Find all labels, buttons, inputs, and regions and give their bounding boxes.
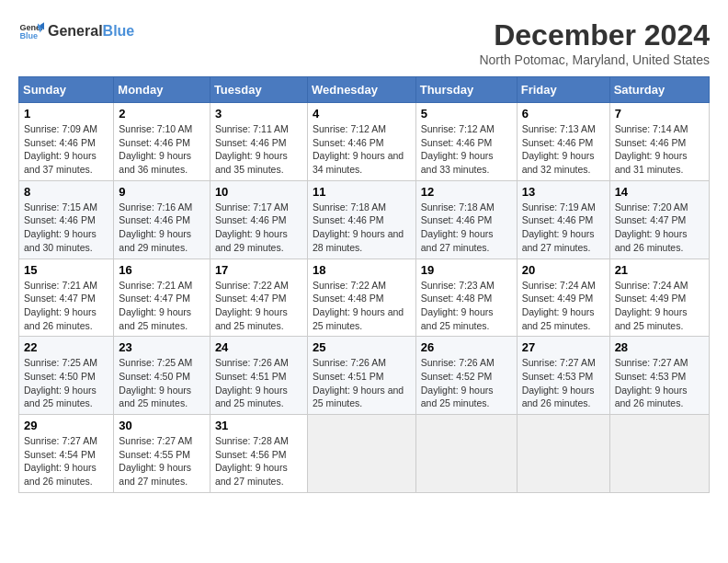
- main-title: December 2024: [479, 18, 710, 52]
- day-number: 1: [24, 107, 108, 121]
- logo-general: General: [48, 23, 103, 40]
- calendar-header-row: SundayMondayTuesdayWednesdayThursdayFrid…: [19, 77, 710, 103]
- day-detail: Sunrise: 7:18 AM Sunset: 4:46 PM Dayligh…: [421, 201, 512, 255]
- day-number: 22: [24, 340, 108, 354]
- calendar-cell: 27 Sunrise: 7:27 AM Sunset: 4:53 PM Dayl…: [517, 337, 609, 415]
- week-row-4: 22 Sunrise: 7:25 AM Sunset: 4:50 PM Dayl…: [19, 337, 710, 415]
- day-number: 31: [215, 419, 302, 432]
- header: General Blue General Blue December 2024 …: [18, 18, 710, 67]
- day-detail: Sunrise: 7:15 AM Sunset: 4:46 PM Dayligh…: [24, 201, 108, 255]
- day-detail: Sunrise: 7:14 AM Sunset: 4:46 PM Dayligh…: [615, 122, 704, 177]
- calendar-cell: 1 Sunrise: 7:09 AM Sunset: 4:46 PM Dayli…: [19, 103, 114, 181]
- calendar-cell: 7 Sunrise: 7:14 AM Sunset: 4:46 PM Dayli…: [609, 103, 709, 181]
- day-detail: Sunrise: 7:20 AM Sunset: 4:47 PM Dayligh…: [615, 201, 704, 255]
- day-number: 30: [119, 419, 205, 432]
- week-row-5: 29 Sunrise: 7:27 AM Sunset: 4:54 PM Dayl…: [19, 415, 710, 493]
- calendar-cell: 23 Sunrise: 7:25 AM Sunset: 4:50 PM Dayl…: [114, 337, 210, 415]
- calendar-cell: 3 Sunrise: 7:11 AM Sunset: 4:46 PM Dayli…: [210, 103, 307, 181]
- day-detail: Sunrise: 7:12 AM Sunset: 4:46 PM Dayligh…: [313, 122, 411, 177]
- logo-blue: Blue: [103, 23, 135, 40]
- day-detail: Sunrise: 7:26 AM Sunset: 4:51 PM Dayligh…: [215, 356, 302, 410]
- day-detail: Sunrise: 7:27 AM Sunset: 4:53 PM Dayligh…: [615, 356, 704, 410]
- day-number: 25: [313, 340, 411, 354]
- calendar-cell: [517, 415, 609, 493]
- day-number: 12: [421, 185, 512, 199]
- day-number: 7: [615, 107, 704, 121]
- day-detail: Sunrise: 7:25 AM Sunset: 4:50 PM Dayligh…: [119, 356, 205, 410]
- calendar-cell: 18 Sunrise: 7:22 AM Sunset: 4:48 PM Dayl…: [307, 259, 415, 337]
- calendar-cell: 2 Sunrise: 7:10 AM Sunset: 4:46 PM Dayli…: [114, 103, 210, 181]
- day-number: 28: [615, 340, 704, 354]
- day-number: 27: [522, 340, 605, 354]
- day-number: 2: [119, 107, 205, 121]
- day-detail: Sunrise: 7:21 AM Sunset: 4:47 PM Dayligh…: [119, 279, 205, 333]
- day-number: 21: [615, 263, 704, 277]
- svg-text:Blue: Blue: [19, 31, 38, 40]
- day-detail: Sunrise: 7:27 AM Sunset: 4:54 PM Dayligh…: [24, 434, 108, 488]
- day-number: 10: [215, 185, 302, 199]
- day-number: 20: [522, 263, 605, 277]
- subtitle: North Potomac, Maryland, United States: [479, 52, 710, 67]
- day-detail: Sunrise: 7:11 AM Sunset: 4:46 PM Dayligh…: [215, 122, 302, 177]
- calendar-cell: 16 Sunrise: 7:21 AM Sunset: 4:47 PM Dayl…: [114, 259, 210, 337]
- day-detail: Sunrise: 7:24 AM Sunset: 4:49 PM Dayligh…: [522, 279, 605, 333]
- day-number: 8: [24, 185, 108, 199]
- header-thursday: Thursday: [415, 77, 517, 103]
- day-number: 6: [522, 107, 605, 121]
- day-number: 3: [215, 107, 302, 121]
- calendar-table: SundayMondayTuesdayWednesdayThursdayFrid…: [18, 76, 710, 493]
- calendar-cell: [307, 415, 415, 493]
- calendar-cell: 28 Sunrise: 7:27 AM Sunset: 4:53 PM Dayl…: [609, 337, 709, 415]
- week-row-2: 8 Sunrise: 7:15 AM Sunset: 4:46 PM Dayli…: [19, 180, 710, 259]
- day-detail: Sunrise: 7:10 AM Sunset: 4:46 PM Dayligh…: [119, 122, 205, 177]
- calendar-cell: 13 Sunrise: 7:19 AM Sunset: 4:46 PM Dayl…: [517, 180, 609, 259]
- day-detail: Sunrise: 7:16 AM Sunset: 4:46 PM Dayligh…: [119, 201, 205, 255]
- day-number: 18: [313, 263, 411, 277]
- day-detail: Sunrise: 7:28 AM Sunset: 4:56 PM Dayligh…: [215, 434, 302, 488]
- calendar-cell: 25 Sunrise: 7:26 AM Sunset: 4:51 PM Dayl…: [307, 337, 415, 415]
- day-detail: Sunrise: 7:26 AM Sunset: 4:52 PM Dayligh…: [421, 356, 512, 410]
- day-detail: Sunrise: 7:12 AM Sunset: 4:46 PM Dayligh…: [421, 122, 512, 177]
- day-detail: Sunrise: 7:27 AM Sunset: 4:53 PM Dayligh…: [522, 356, 605, 410]
- day-detail: Sunrise: 7:22 AM Sunset: 4:48 PM Dayligh…: [313, 279, 411, 333]
- calendar-cell: 26 Sunrise: 7:26 AM Sunset: 4:52 PM Dayl…: [415, 337, 517, 415]
- day-detail: Sunrise: 7:19 AM Sunset: 4:46 PM Dayligh…: [522, 201, 605, 255]
- calendar-cell: 12 Sunrise: 7:18 AM Sunset: 4:46 PM Dayl…: [415, 180, 517, 259]
- calendar-cell: 17 Sunrise: 7:22 AM Sunset: 4:47 PM Dayl…: [210, 259, 307, 337]
- calendar-cell: 6 Sunrise: 7:13 AM Sunset: 4:46 PM Dayli…: [517, 103, 609, 181]
- day-detail: Sunrise: 7:09 AM Sunset: 4:46 PM Dayligh…: [24, 122, 108, 177]
- day-number: 17: [215, 263, 302, 277]
- day-number: 14: [615, 185, 704, 199]
- calendar-cell: 30 Sunrise: 7:27 AM Sunset: 4:55 PM Dayl…: [114, 415, 210, 493]
- header-monday: Monday: [114, 77, 210, 103]
- day-number: 19: [421, 263, 512, 277]
- day-detail: Sunrise: 7:18 AM Sunset: 4:46 PM Dayligh…: [313, 201, 411, 255]
- calendar-cell: 4 Sunrise: 7:12 AM Sunset: 4:46 PM Dayli…: [307, 103, 415, 181]
- header-sunday: Sunday: [19, 77, 114, 103]
- day-detail: Sunrise: 7:17 AM Sunset: 4:46 PM Dayligh…: [215, 201, 302, 255]
- day-number: 5: [421, 107, 512, 121]
- day-number: 9: [119, 185, 205, 199]
- logo: General Blue General Blue: [18, 18, 134, 44]
- day-detail: Sunrise: 7:13 AM Sunset: 4:46 PM Dayligh…: [522, 122, 605, 177]
- day-detail: Sunrise: 7:27 AM Sunset: 4:55 PM Dayligh…: [119, 434, 205, 488]
- header-tuesday: Tuesday: [210, 77, 307, 103]
- calendar-cell: [415, 415, 517, 493]
- calendar-cell: 20 Sunrise: 7:24 AM Sunset: 4:49 PM Dayl…: [517, 259, 609, 337]
- day-detail: Sunrise: 7:23 AM Sunset: 4:48 PM Dayligh…: [421, 279, 512, 333]
- calendar-cell: 8 Sunrise: 7:15 AM Sunset: 4:46 PM Dayli…: [19, 180, 114, 259]
- calendar-cell: 11 Sunrise: 7:18 AM Sunset: 4:46 PM Dayl…: [307, 180, 415, 259]
- week-row-3: 15 Sunrise: 7:21 AM Sunset: 4:47 PM Dayl…: [19, 259, 710, 337]
- calendar-cell: 9 Sunrise: 7:16 AM Sunset: 4:46 PM Dayli…: [114, 180, 210, 259]
- calendar-cell: [609, 415, 709, 493]
- day-number: 24: [215, 340, 302, 354]
- day-number: 11: [313, 185, 411, 199]
- calendar-body: 1 Sunrise: 7:09 AM Sunset: 4:46 PM Dayli…: [19, 103, 710, 493]
- title-area: December 2024 North Potomac, Maryland, U…: [479, 18, 710, 67]
- calendar-cell: 10 Sunrise: 7:17 AM Sunset: 4:46 PM Dayl…: [210, 180, 307, 259]
- calendar-cell: 21 Sunrise: 7:24 AM Sunset: 4:49 PM Dayl…: [609, 259, 709, 337]
- calendar-cell: 5 Sunrise: 7:12 AM Sunset: 4:46 PM Dayli…: [415, 103, 517, 181]
- day-number: 15: [24, 263, 108, 277]
- logo-icon: General Blue: [18, 18, 44, 44]
- calendar-cell: 22 Sunrise: 7:25 AM Sunset: 4:50 PM Dayl…: [19, 337, 114, 415]
